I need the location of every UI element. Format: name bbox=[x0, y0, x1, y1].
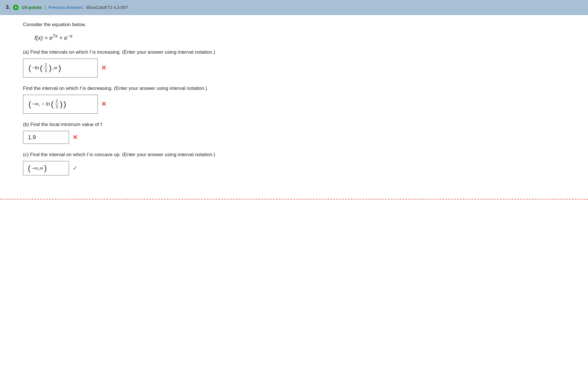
open-paren-d1: ( bbox=[28, 100, 31, 108]
close-paren-1: ) bbox=[58, 64, 61, 72]
func-name: f(x) = e7x + e−x bbox=[34, 35, 72, 41]
part-a-increasing-label: (a) Find the intervals on which f is inc… bbox=[23, 49, 565, 55]
question-header: 3. + 1/4 points | Previous Answers SEssC… bbox=[0, 0, 588, 15]
minus-ln: −ln bbox=[32, 65, 39, 71]
comma-inf: ,∞ bbox=[52, 65, 57, 71]
neg-inf-c: −∞,∞ bbox=[31, 165, 43, 171]
question-number: 3. bbox=[6, 4, 10, 10]
part-b-row: 1.9 ✕ bbox=[23, 131, 565, 144]
min-answer-value: 1.9 bbox=[28, 134, 36, 141]
close-paren-c: ) bbox=[44, 164, 47, 172]
decreasing-answer-expr: ( −∞, − ln ( 2 3 ) ) bbox=[28, 98, 66, 110]
denominator: 3 bbox=[44, 68, 48, 74]
content-area: Consider the equation below. f(x) = e7x … bbox=[0, 15, 588, 196]
open-paren-c: ( bbox=[28, 164, 30, 172]
close-paren-d1: ) bbox=[64, 100, 66, 108]
concave-answer-expr: ( −∞,∞ ) bbox=[28, 164, 47, 172]
fraction-d-2-3: 2 3 bbox=[55, 98, 59, 110]
previous-answers-link[interactable]: Previous Answers bbox=[49, 5, 83, 10]
increasing-answer-expr: ( −ln ( 2 3 ) ,∞ ) bbox=[28, 62, 61, 74]
wrong-icon-min: ✕ bbox=[72, 134, 78, 141]
open-paren-d2: ( bbox=[51, 100, 53, 108]
intro-text: Consider the equation below. bbox=[23, 22, 565, 28]
close-paren-d2: ) bbox=[60, 100, 62, 108]
answer-box-min: 1.9 bbox=[23, 131, 69, 144]
d-denominator: 3 bbox=[55, 104, 59, 110]
part-b-label: (b) Find the local minimum value of f. bbox=[23, 122, 565, 127]
part-c-row: ( −∞,∞ ) ✓ bbox=[23, 161, 565, 175]
fraction-2-3: 2 3 bbox=[44, 62, 48, 74]
d-numerator: 2 bbox=[55, 98, 59, 104]
wrong-icon-increasing: ✕ bbox=[101, 64, 106, 72]
numerator: 2 bbox=[44, 62, 48, 68]
textbook-ref: SEssCalcET2 4.3.007. bbox=[86, 5, 129, 10]
correct-icon-concave: ✓ bbox=[72, 164, 78, 172]
wrong-icon-decreasing: ✕ bbox=[101, 100, 106, 108]
section-divider bbox=[0, 199, 588, 200]
plus-icon: + bbox=[13, 5, 19, 10]
neg-inf-d: −∞, − ln bbox=[32, 101, 50, 107]
part-c-label: (c) Find the interval on which f is conc… bbox=[23, 152, 565, 158]
divider-pipe: | bbox=[45, 5, 46, 10]
open-paren-2: ( bbox=[40, 64, 43, 72]
part-a-decreasing-label: Find the interval on which f is decreasi… bbox=[23, 86, 565, 91]
open-paren-1: ( bbox=[28, 64, 31, 72]
answer-box-increasing: ( −ln ( 2 3 ) ,∞ ) bbox=[23, 59, 98, 78]
close-paren-2: ) bbox=[49, 64, 51, 72]
part-a-increasing-row: ( −ln ( 2 3 ) ,∞ ) ✕ bbox=[23, 59, 565, 78]
answer-box-decreasing: ( −∞, − ln ( 2 3 ) ) bbox=[23, 95, 98, 114]
part-a-decreasing-row: ( −∞, − ln ( 2 3 ) ) ✕ bbox=[23, 95, 565, 114]
answer-box-concave: ( −∞,∞ ) bbox=[23, 161, 69, 175]
equation-display: f(x) = e7x + e−x bbox=[34, 33, 565, 41]
points-label: 1/4 points bbox=[22, 5, 42, 10]
